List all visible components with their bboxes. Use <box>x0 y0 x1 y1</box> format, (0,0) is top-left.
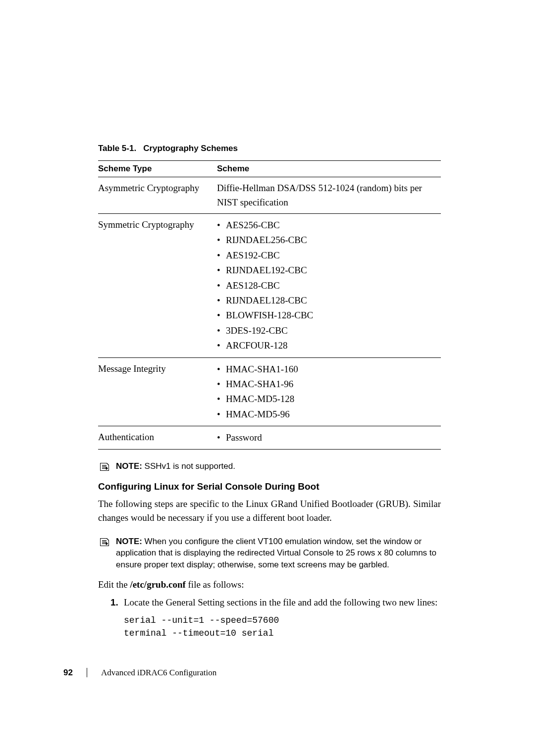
scheme-list: Password <box>217 430 437 445</box>
step-item: Locate the General Setting sections in t… <box>121 596 441 640</box>
cell-scheme-type: Symmetric Cryptography <box>98 214 217 358</box>
edit-post: file as follows: <box>186 579 244 590</box>
list-item: 3DES-192-CBC <box>217 323 437 338</box>
table-header-scheme: Scheme <box>217 161 441 177</box>
code-block: serial --unit=1 --speed=57600 terminal -… <box>124 614 441 640</box>
table-row: Message Integrity HMAC-SHA1-160 HMAC-SHA… <box>98 357 441 426</box>
cell-scheme: Diffie-Hellman DSA/DSS 512-1024 (random)… <box>217 177 441 214</box>
list-item: HMAC-MD5-128 <box>217 392 437 406</box>
scheme-list: AES256-CBC RIJNDAEL256-CBC AES192-CBC RI… <box>217 218 437 353</box>
table-row: Symmetric Cryptography AES256-CBC RIJNDA… <box>98 214 441 358</box>
cell-scheme-type: Authentication <box>98 426 217 450</box>
note-text: NOTE: When you configure the client VT10… <box>116 536 441 571</box>
list-item: RIJNDAEL128-CBC <box>217 293 437 308</box>
page-number: 92 <box>63 668 73 677</box>
cell-scheme: Password <box>217 426 441 450</box>
table-header-scheme-type: Scheme Type <box>98 161 217 177</box>
note-block: NOTE: SSHv1 is not supported. <box>98 460 441 472</box>
note-block: NOTE: When you configure the client VT10… <box>98 536 441 571</box>
edit-filename: /etc/grub.conf <box>130 579 185 590</box>
list-item: HMAC-SHA1-160 <box>217 362 437 377</box>
list-item: HMAC-MD5-96 <box>217 407 437 422</box>
list-item: RIJNDAEL192-CBC <box>217 263 437 278</box>
page-footer: 92Advanced iDRAC6 Configuration <box>63 668 216 678</box>
note-label: NOTE: <box>116 461 142 471</box>
cell-scheme: HMAC-SHA1-160 HMAC-SHA1-96 HMAC-MD5-128 … <box>217 357 441 426</box>
steps-list: Locate the General Setting sections in t… <box>98 596 441 640</box>
cell-scheme-type: Asymmetric Cryptography <box>98 177 217 214</box>
note-label: NOTE: <box>116 537 142 546</box>
footer-title: Advanced iDRAC6 Configuration <box>87 668 216 677</box>
list-item: RIJNDAEL256-CBC <box>217 233 437 248</box>
note-icon <box>98 461 109 472</box>
table-row: Authentication Password <box>98 426 441 450</box>
table-caption-title: Cryptography Schemes <box>143 144 238 153</box>
edit-instruction: Edit the /etc/grub.conf file as follows: <box>98 578 441 592</box>
list-item: AES128-CBC <box>217 278 437 293</box>
list-item: BLOWFISH-128-CBC <box>217 308 437 323</box>
list-item: Password <box>217 430 437 445</box>
table-row: Asymmetric Cryptography Diffie-Hellman D… <box>98 177 441 214</box>
note-icon <box>98 537 109 548</box>
cryptography-table: Scheme Type Scheme Asymmetric Cryptograp… <box>98 160 441 450</box>
list-item: AES256-CBC <box>217 218 437 233</box>
note-body: SSHv1 is not supported. <box>142 461 235 471</box>
note-body: When you configure the client VT100 emul… <box>116 537 436 570</box>
section-heading: Configuring Linux for Serial Console Dur… <box>98 481 441 492</box>
list-item: AES192-CBC <box>217 248 437 263</box>
table-header-row: Scheme Type Scheme <box>98 161 441 177</box>
cell-scheme: AES256-CBC RIJNDAEL256-CBC AES192-CBC RI… <box>217 214 441 358</box>
edit-pre: Edit the <box>98 579 130 590</box>
table-caption: Table 5-1.Cryptography Schemes <box>98 144 441 153</box>
body-paragraph: The following steps are specific to the … <box>98 497 441 524</box>
step-text: Locate the General Setting sections in t… <box>124 596 441 609</box>
scheme-list: HMAC-SHA1-160 HMAC-SHA1-96 HMAC-MD5-128 … <box>217 362 437 422</box>
cell-scheme-type: Message Integrity <box>98 357 217 426</box>
list-item: ARCFOUR-128 <box>217 338 437 353</box>
note-text: NOTE: SSHv1 is not supported. <box>116 460 235 472</box>
table-caption-number: Table 5-1. <box>98 144 136 153</box>
list-item: HMAC-SHA1-96 <box>217 377 437 392</box>
